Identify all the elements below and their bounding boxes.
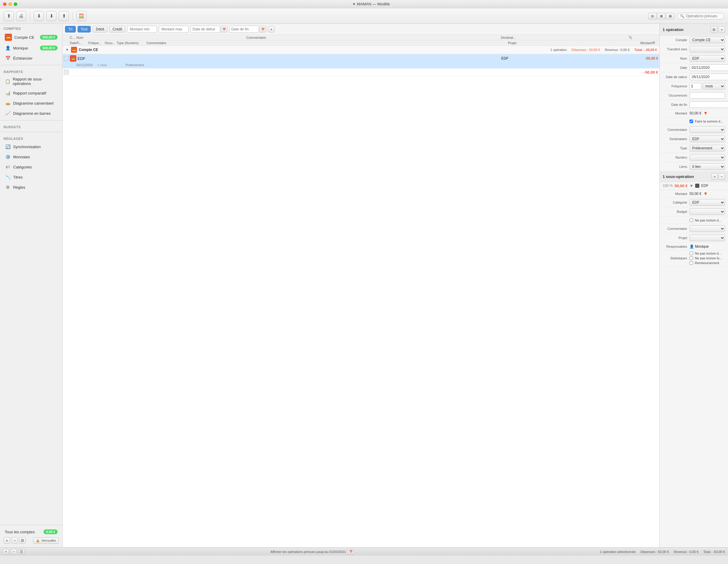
categorie-value[interactable]: EDF bbox=[690, 199, 725, 206]
projet-select[interactable] bbox=[690, 235, 725, 241]
print-button[interactable]: 🖨 bbox=[16, 11, 26, 21]
liens-select[interactable]: 0 lien bbox=[690, 163, 725, 170]
compte-select[interactable]: Compte CE bbox=[690, 37, 725, 43]
sidebar-item-diagramme-barres[interactable]: 📈 Diagramme en barres bbox=[1, 109, 61, 118]
date-value[interactable]: 📅 bbox=[690, 64, 728, 71]
ne-pas-inclure-lo-label[interactable]: Ne pas inclure lo... bbox=[690, 257, 725, 260]
sidebar-item-compte-ce[interactable]: 💳 Compte CE 500,00 € bbox=[1, 32, 61, 43]
budget-value[interactable] bbox=[690, 208, 725, 215]
numero-value[interactable] bbox=[690, 154, 725, 161]
date-fin-input[interactable] bbox=[690, 101, 728, 108]
categorie-select[interactable]: EDF bbox=[690, 199, 725, 206]
settings-account-button[interactable]: ⚙ bbox=[19, 537, 26, 544]
date-debut-input[interactable] bbox=[190, 26, 220, 33]
sous-commentaire-select[interactable] bbox=[690, 225, 725, 232]
download-button[interactable]: ⬇ bbox=[34, 11, 44, 21]
search-input[interactable] bbox=[686, 14, 721, 18]
remove-account-button[interactable]: − bbox=[11, 537, 18, 544]
occurrences-input[interactable] bbox=[690, 92, 725, 99]
status-add-button[interactable]: + bbox=[3, 549, 9, 554]
ne-pas-inclure-label[interactable]: Ne pas inclure d... bbox=[690, 219, 725, 222]
sous-op-remove-button[interactable]: − bbox=[718, 173, 725, 180]
transfert-value[interactable] bbox=[690, 46, 725, 52]
col-name-header[interactable]: Nom bbox=[76, 36, 246, 39]
filter-more-button[interactable]: » bbox=[268, 26, 274, 33]
type-value[interactable]: Prélèvement bbox=[690, 145, 725, 152]
ne-pas-inclure-checkbox[interactable] bbox=[690, 219, 693, 222]
frequence-unit-select[interactable]: mois bbox=[703, 83, 725, 89]
sidebar-item-monnaies[interactable]: ⚙️ Monnaies bbox=[1, 152, 61, 162]
date-fin-input[interactable] bbox=[229, 26, 259, 33]
type-select[interactable]: Prélèvement bbox=[690, 145, 725, 152]
occurrences-value[interactable] bbox=[690, 92, 725, 99]
view-btn-1[interactable]: ▤ bbox=[648, 13, 656, 19]
faire-somme-value[interactable]: Faire la somme d... bbox=[690, 120, 725, 123]
date-valeur-value[interactable]: 📅 bbox=[690, 74, 728, 80]
faire-somme-label[interactable]: Faire la somme d... bbox=[690, 120, 725, 123]
remboursement-label[interactable]: Remboursement bbox=[690, 261, 725, 265]
download2-button[interactable]: ⬇ bbox=[46, 11, 56, 21]
remboursement-checkbox[interactable] bbox=[690, 261, 693, 265]
sous-commentaire-value[interactable] bbox=[690, 225, 725, 232]
date-fin-value[interactable]: 📅 bbox=[690, 101, 728, 108]
ne-pas-inclure-lo-checkbox[interactable] bbox=[690, 257, 693, 260]
montant-min-input[interactable] bbox=[127, 26, 157, 33]
view-btn-2[interactable]: ▦ bbox=[657, 13, 665, 19]
lock-button[interactable]: 🔒 Verrouiller bbox=[33, 537, 59, 544]
sidebar-item-echeancier[interactable]: 📅 Échéancier bbox=[1, 53, 61, 63]
montant-value[interactable]: 50,00 € ▼ bbox=[690, 111, 725, 116]
destinataire-value[interactable]: EDF bbox=[690, 136, 725, 142]
sous-montant-value[interactable]: 50,00 € ▼ bbox=[690, 191, 725, 197]
faire-somme-checkbox[interactable] bbox=[690, 120, 693, 123]
add-account-button[interactable]: + bbox=[4, 537, 10, 544]
compte-value[interactable]: Compte CE bbox=[690, 37, 725, 43]
sidebar-item-rapport-comparatif[interactable]: 📊 Rapport comparatif bbox=[1, 88, 61, 98]
debit-button[interactable]: Débit bbox=[92, 26, 107, 33]
import-button[interactable]: ⬆ bbox=[4, 11, 14, 21]
empty-row-checkbox[interactable] bbox=[64, 70, 69, 75]
sidebar-item-synchronisation[interactable]: 🔄 Synchronisation bbox=[1, 142, 61, 152]
tout-button[interactable]: Tout bbox=[78, 26, 91, 33]
upload-button[interactable]: ⬆ bbox=[59, 11, 69, 21]
nom-value[interactable]: EDF bbox=[690, 55, 725, 62]
status-remove-button[interactable]: − bbox=[11, 549, 17, 554]
date-fin-cal-button[interactable]: 📅 bbox=[260, 26, 266, 33]
calculator-button[interactable]: 🧮 bbox=[76, 11, 87, 21]
date-debut-cal-button[interactable]: 📅 bbox=[221, 26, 227, 33]
table-row[interactable]: 💳 EDF EDF -50,00 € 02/12/2020 1 mois Pré… bbox=[63, 54, 659, 69]
liens-value[interactable]: 0 lien bbox=[690, 163, 725, 170]
frequence-num-input[interactable] bbox=[690, 83, 701, 89]
status-cal-button[interactable]: 📅 bbox=[348, 549, 354, 554]
transaction-checkbox[interactable] bbox=[64, 56, 69, 61]
frequence-value[interactable]: mois bbox=[690, 83, 725, 89]
ne-pas-inclure-d-label[interactable]: Ne pas inclure d... bbox=[690, 252, 725, 255]
ne-pas-inclure-d-checkbox[interactable] bbox=[690, 252, 693, 255]
credit-button[interactable]: Crédit bbox=[109, 26, 125, 33]
panel-settings-button[interactable]: ⚙ bbox=[711, 26, 717, 33]
sidebar-item-titres[interactable]: 📉 Titres bbox=[1, 172, 61, 182]
sous-op-add-button[interactable]: + bbox=[711, 173, 718, 180]
maximize-button[interactable] bbox=[14, 2, 17, 6]
montant-max-input[interactable] bbox=[159, 26, 189, 33]
commentaire-select[interactable] bbox=[690, 126, 725, 133]
sous-op-item[interactable]: 100 % 50,00 € ▼ EDF bbox=[660, 182, 728, 190]
status-list-button[interactable]: ☰ bbox=[18, 549, 24, 554]
sidebar-item-categories[interactable]: 🏷 Catégories bbox=[1, 162, 61, 172]
sidebar-item-regles[interactable]: ⚙ Règles bbox=[1, 183, 61, 192]
ne-pas-inclure-value[interactable]: Ne pas inclure d... bbox=[690, 219, 725, 222]
close-button[interactable] bbox=[3, 2, 7, 6]
destinataire-select[interactable]: EDF bbox=[690, 136, 725, 142]
numero-select[interactable] bbox=[690, 154, 725, 161]
sidebar-item-rapport-sous-operations[interactable]: 📋 Rapport de sous-opérations bbox=[1, 75, 61, 88]
expand-button[interactable]: ▼ bbox=[65, 48, 69, 52]
search-box[interactable]: 🔍 bbox=[677, 13, 724, 19]
date-input[interactable] bbox=[690, 64, 728, 71]
budget-select[interactable] bbox=[690, 208, 725, 215]
tri-button[interactable]: Tri bbox=[65, 26, 76, 33]
panel-add-button[interactable]: + bbox=[718, 26, 725, 33]
minimize-button[interactable] bbox=[8, 2, 12, 6]
sidebar-item-diagramme-camembert[interactable]: 🥧 Diagramme camembert bbox=[1, 98, 61, 108]
commentaire-value[interactable] bbox=[690, 126, 725, 133]
transfert-select[interactable] bbox=[690, 46, 725, 52]
col-comment-header[interactable]: Commentaire bbox=[246, 36, 501, 39]
